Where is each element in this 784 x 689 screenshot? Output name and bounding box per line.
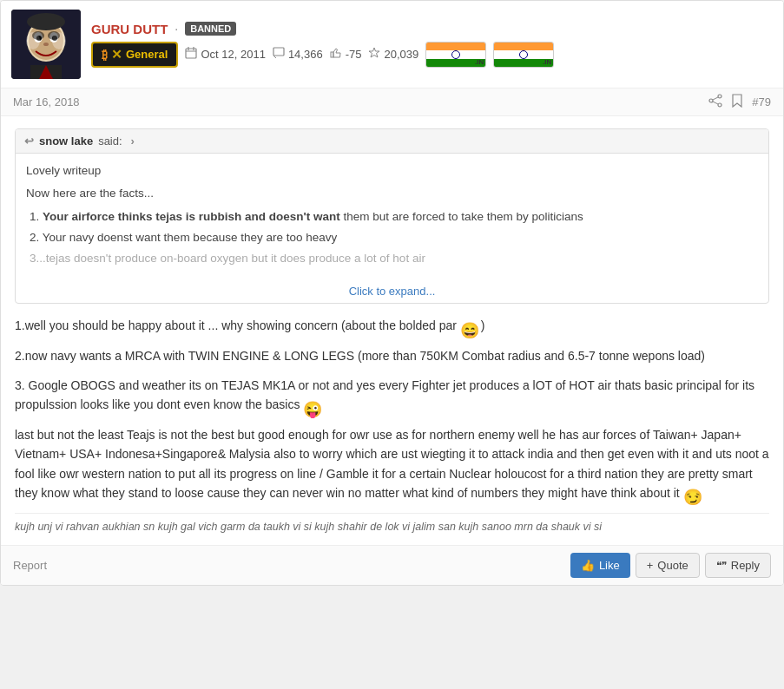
message-icon — [273, 47, 285, 62]
quote-button-label: Quote — [657, 559, 688, 572]
svg-line-25 — [713, 97, 718, 100]
share-icon[interactable] — [708, 94, 722, 110]
svg-point-23 — [709, 99, 713, 102]
report-link[interactable]: Report — [13, 559, 47, 572]
post-meta: Mar 16, 2018 #79 — [1, 89, 783, 116]
join-date-value: Oct 12, 2011 — [201, 48, 265, 61]
quote-arrow-icon: ↩ — [24, 135, 34, 148]
flag-stripe-orange-1 — [426, 43, 485, 50]
reply-para1: 1.well you should be happy about it ... … — [15, 316, 769, 335]
bitcoin-icon: ₿ — [102, 48, 108, 62]
like-icon: 👍 — [581, 559, 595, 572]
list-item-3: 3...tejas doesn't produce on-board oxyge… — [30, 250, 758, 267]
post-signature: kujh unj vi rahvan aukhian sn kujh gal v… — [15, 513, 769, 533]
quote-content: Lovely writeup Now here are the facts...… — [16, 154, 768, 279]
post-footer: Report 👍 Like + Quote ❝❞ Reply — [1, 545, 783, 585]
points-value: 20,039 — [384, 48, 418, 61]
action-buttons: 👍 Like + Quote ❝❞ Reply — [570, 553, 771, 578]
points-stat: 20,039 — [368, 47, 418, 62]
quote-block: ↩ snow lake said: › Lovely writeup Now h… — [15, 128, 769, 304]
reply-button[interactable]: ❝❞ Reply — [705, 553, 771, 578]
user-info: GURU DUTT · BANNED ₿ ✕ General — [91, 22, 773, 68]
list-rest-1: them but are forced to take them by poli… — [340, 210, 583, 223]
svg-point-3 — [27, 13, 65, 30]
post-container: GURU DUTT · BANNED ₿ ✕ General — [0, 0, 784, 586]
quote-header: ↩ snow lake said: › — [16, 129, 768, 154]
reply-emoji3: 😏 — [683, 485, 701, 502]
reply-para3-text: 3. Google OBOGS and weather its on TEJAS… — [15, 378, 754, 411]
list-number-3: 3... — [30, 252, 46, 265]
quote-intro: Now here are the facts... — [26, 185, 758, 202]
likes-value: -75 — [346, 48, 362, 61]
x-icon: ✕ — [111, 47, 122, 62]
calendar-icon — [185, 47, 197, 62]
quote-lovely: Lovely writeup — [26, 162, 758, 180]
list-number-2: 2. — [30, 231, 43, 244]
reply-para1-end: ) — [481, 318, 485, 332]
rank-badge: ₿ ✕ General — [91, 42, 178, 68]
banned-badge: BANNED — [185, 22, 236, 36]
reply-emoji2: 😜 — [303, 397, 320, 415]
quote-list: 1. Your airforce thinks tejas is rubbish… — [30, 208, 758, 268]
flag-stripe-orange-2 — [494, 43, 553, 50]
quote-expand-arrow: › — [131, 135, 135, 148]
user-stats: ₿ ✕ General Oct 12, 2011 — [91, 42, 773, 68]
avatar-image — [11, 10, 81, 79]
thumbsup-icon — [330, 47, 342, 62]
svg-point-11 — [32, 31, 44, 40]
username-row: GURU DUTT · BANNED — [91, 22, 773, 36]
svg-point-24 — [718, 103, 721, 107]
list-item-2: 2. Your navy doenst want them because th… — [30, 229, 758, 246]
flag-text-2: .IN — [543, 58, 551, 66]
bookmark-icon[interactable] — [731, 94, 743, 110]
svg-point-8 — [43, 43, 49, 46]
svg-rect-21 — [331, 52, 333, 57]
reply-para2: 2.now navy wants a MRCA with TWIN ENGINE… — [15, 346, 769, 365]
join-date-stat: Oct 12, 2011 — [185, 47, 265, 62]
list-text-3: tejas doesn't produce on-board oxygen bu… — [46, 252, 425, 265]
ashoka-chakra-1 — [451, 50, 460, 59]
flag-india-2: .IN — [493, 42, 554, 68]
reply-emoji1: 😄 — [460, 318, 478, 336]
username-dot: · — [175, 22, 178, 36]
svg-line-26 — [713, 102, 718, 104]
reply-para3: 3. Google OBOGS and weather its on TEJAS… — [15, 376, 769, 415]
reply-content: 1.well you should be happy about it ... … — [15, 316, 769, 502]
reply-double-icon: ❝❞ — [716, 560, 727, 572]
quote-button[interactable]: + Quote — [636, 553, 700, 578]
reply-label: Reply — [731, 559, 760, 572]
like-button[interactable]: 👍 Like — [570, 553, 630, 578]
flag-text-1: .IN — [475, 58, 484, 66]
like-label: Like — [599, 559, 620, 572]
svg-rect-19 — [273, 48, 284, 56]
list-text-2: Your navy doenst want them because they … — [43, 231, 337, 244]
reply-para4-text: last but not the least Teajs is not the … — [15, 428, 769, 500]
post-actions: #79 — [708, 94, 771, 110]
username: GURU DUTT — [91, 22, 168, 36]
reply-para4: last but not the least Teajs is not the … — [15, 425, 769, 503]
reply-para1-text: 1.well you should be happy about it ... … — [15, 318, 457, 332]
avatar — [11, 10, 81, 79]
ashoka-chakra-2 — [519, 50, 528, 59]
plus-icon: + — [647, 559, 654, 572]
quote-said-label: said: — [98, 135, 122, 148]
expand-link[interactable]: Click to expand... — [16, 279, 768, 303]
post-header: GURU DUTT · BANNED ₿ ✕ General — [1, 1, 783, 89]
quote-author: snow lake — [39, 135, 93, 148]
svg-rect-15 — [186, 49, 196, 58]
likes-stat: -75 — [330, 47, 362, 62]
list-number-1: 1. — [30, 210, 43, 223]
avatar-svg — [11, 10, 81, 79]
svg-point-12 — [48, 31, 60, 40]
post-body: ↩ snow lake said: › Lovely writeup Now h… — [1, 116, 783, 545]
list-bold-1: Your airforce thinks tejas is rubbish an… — [43, 210, 340, 223]
post-timestamp: Mar 16, 2018 — [13, 95, 80, 108]
rank-label: General — [126, 48, 168, 61]
svg-point-22 — [718, 95, 721, 98]
flag-india-1: .IN — [425, 42, 486, 68]
messages-value: 14,366 — [288, 48, 323, 61]
list-item-1: 1. Your airforce thinks tejas is rubbish… — [30, 208, 758, 226]
points-icon — [368, 47, 380, 62]
post-number: #79 — [752, 95, 771, 108]
messages-stat: 14,366 — [273, 47, 323, 62]
